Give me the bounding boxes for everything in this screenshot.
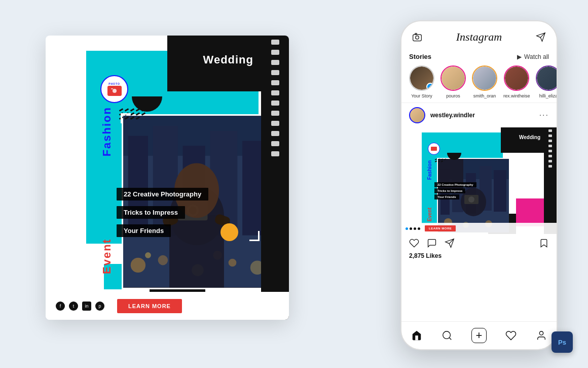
pinterest-icon[interactable]: p: [95, 302, 104, 311]
story-avatar-hilli: [536, 65, 557, 91]
profile-nav-button[interactable]: [535, 329, 547, 342]
stories-row: + Your Story pouros: [409, 65, 549, 98]
svg-rect-1: [111, 88, 113, 89]
film-hole: [271, 70, 279, 75]
film-strip: [261, 36, 289, 320]
svg-point-42: [539, 331, 543, 335]
mini-wedding-label: Wedding: [519, 135, 540, 140]
mini-learn-more-button[interactable]: LEARN MORE: [425, 225, 456, 231]
mini-film-strip: [544, 127, 557, 234]
svg-rect-26: [415, 34, 417, 35]
story-name-rex: rex.wintheiser: [503, 93, 530, 98]
home-nav-button[interactable]: [411, 329, 423, 342]
story-item-rex[interactable]: rex.wintheiser: [503, 65, 530, 98]
your-story-avatar: +: [409, 65, 434, 91]
mini-pagination-dots: [406, 227, 420, 230]
corner-bracket-bottom-right: [249, 231, 260, 241]
photo-label-2: Tricks to Impress: [117, 206, 185, 219]
bookmark-button[interactable]: [539, 238, 549, 248]
left-card: Wedding PHOTO Fashion: [46, 36, 289, 320]
mini-post-card: Wedding Fashion: [401, 127, 557, 234]
camera-icon[interactable]: [412, 31, 423, 43]
svg-point-40: [468, 196, 474, 203]
social-icons: f t in p: [56, 302, 104, 311]
share-button[interactable]: [445, 238, 455, 248]
film-hole: [271, 141, 279, 146]
story-item-yours[interactable]: + Your Story: [409, 65, 434, 98]
mini-logo: [428, 143, 440, 155]
instagram-header: Instagram: [401, 21, 557, 49]
svg-rect-4: [128, 136, 148, 236]
stories-section: Stories ▶ Watch all + Your Story: [401, 49, 557, 103]
add-post-button[interactable]: +: [471, 328, 487, 343]
instagram-logo: Instagram: [456, 30, 502, 44]
mini-event-label: Event: [427, 208, 432, 221]
story-name-yours: Your Story: [411, 93, 432, 98]
story-item-pouros[interactable]: pouros: [440, 65, 466, 98]
film-hole: [271, 151, 279, 156]
mini-dashes: [435, 159, 446, 162]
svg-rect-33: [494, 170, 506, 212]
svg-point-0: [113, 89, 117, 93]
like-button[interactable]: [409, 238, 419, 248]
instagram-bottom-nav: +: [401, 321, 557, 349]
film-hole: [271, 131, 279, 136]
comment-button[interactable]: [427, 238, 437, 248]
story-avatar-pouros: [440, 65, 466, 91]
post-user-avatar: [409, 107, 425, 123]
story-item-smith[interactable]: smith_oran: [472, 65, 497, 98]
phone-frame: Instagram Stories ▶ Watch all: [400, 20, 558, 350]
twitter-icon[interactable]: t: [69, 302, 78, 311]
photoshop-badge: Ps: [552, 331, 573, 353]
photo-label-1: 22 Creative Photography: [117, 188, 208, 200]
mini-label-1: 22 Creative Photography: [434, 182, 476, 187]
svg-point-41: [443, 331, 451, 339]
facebook-icon[interactable]: f: [56, 302, 65, 311]
event-label: Event: [100, 239, 114, 274]
film-hole: [271, 50, 279, 55]
orange-circle-decoration: [220, 223, 238, 241]
wedding-label: Wedding: [203, 53, 253, 66]
post-menu-button[interactable]: ···: [539, 111, 549, 120]
mini-label-3: Your Friends: [434, 194, 459, 199]
mini-fashion-label: Fashion: [427, 160, 432, 180]
mini-label-2: Tricks to Impress: [434, 188, 465, 193]
film-hole: [271, 90, 279, 95]
activity-nav-button[interactable]: [505, 329, 517, 342]
stories-label: Stories: [409, 53, 431, 60]
film-hole: [271, 101, 279, 106]
watch-all-button[interactable]: ▶ Watch all: [517, 53, 549, 60]
mini-magenta-block: [516, 198, 544, 226]
send-icon[interactable]: [535, 31, 546, 43]
phone-container: Instagram Stories ▶ Watch all: [400, 20, 558, 350]
svg-point-14: [145, 252, 151, 258]
logo-inner: [107, 86, 122, 96]
learn-more-button[interactable]: LEARN MORE: [117, 299, 182, 313]
story-name-smith: smith_oran: [473, 93, 496, 98]
svg-point-12: [229, 259, 237, 267]
photo-label-3: Your Friends: [117, 224, 171, 237]
svg-point-10: [158, 255, 168, 265]
story-name-hilli: hilli_eliza: [539, 93, 557, 98]
add-story-icon: +: [426, 83, 434, 91]
film-hole: [271, 40, 279, 45]
story-avatar-rex: [504, 65, 529, 91]
film-hole: [271, 60, 279, 65]
fashion-label: Fashion: [100, 107, 114, 156]
likes-count: 2,875 Likes: [401, 252, 557, 259]
svg-point-9: [131, 258, 145, 273]
search-nav-button[interactable]: [441, 329, 453, 342]
main-photo: [122, 114, 271, 289]
mini-black-top: [501, 127, 544, 153]
post-username: westley.windler: [430, 112, 534, 119]
bottom-bar: f t in p LEARN MORE: [46, 292, 289, 320]
corner-bracket-top-left: [121, 113, 131, 123]
svg-rect-17: [169, 215, 224, 287]
mini-bottom-bar: LEARN MORE: [401, 223, 557, 234]
logo-text: PHOTO: [108, 82, 120, 85]
linkedin-icon[interactable]: in: [82, 302, 91, 311]
story-item-hilli[interactable]: hilli_eliza: [536, 65, 557, 98]
story-avatar-smith: [472, 65, 497, 91]
logo: PHOTO: [100, 75, 128, 103]
svg-point-25: [416, 36, 419, 40]
